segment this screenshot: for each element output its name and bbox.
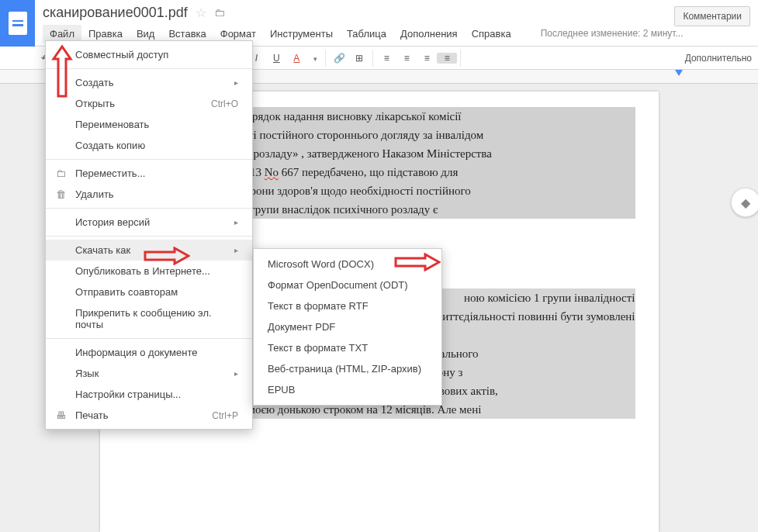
submenu-item-odt[interactable]: Формат OpenDocument (ODT) <box>254 275 441 295</box>
comments-button[interactable]: Комментарии <box>674 6 750 26</box>
align-center-button[interactable]: ≡ <box>396 53 417 64</box>
submenu-item-pdf[interactable]: Документ PDF <box>254 316 441 337</box>
menu-item-rename[interactable]: Переименовать <box>46 114 252 135</box>
menu-item-open[interactable]: ОткрытьCtrl+O <box>46 93 252 114</box>
align-left-button[interactable]: ≡ <box>376 53 396 64</box>
submenu-item-txt[interactable]: Текст в формате TXT <box>254 337 441 358</box>
annotation-arrow-up <box>50 45 74 99</box>
document-title[interactable]: сканирование0001.pdf <box>43 5 188 21</box>
menu-tools[interactable]: Инструменты <box>263 25 340 43</box>
file-menu-dropdown: Совместный доступ Создать▸ ОткрытьCtrl+O… <box>45 40 253 430</box>
submenu-item-html[interactable]: Веб-страница (HTML, ZIP-архив) <box>254 358 441 379</box>
star-icon[interactable]: ☆ <box>196 5 206 20</box>
submenu-item-epub[interactable]: EPUB <box>254 379 441 400</box>
annotation-arrow-right-1 <box>144 247 190 265</box>
folder-icon: 🗀 <box>54 168 67 179</box>
last-edit-label[interactable]: Последнее изменение: 2 минут... <box>534 25 691 43</box>
link-button[interactable]: 🔗 <box>329 53 349 64</box>
underline-button[interactable]: U <box>266 53 286 64</box>
app-header: сканирование0001.pdf ☆ 🗀 Файл Правка Вид… <box>0 0 758 47</box>
docs-logo-icon <box>9 12 27 35</box>
menu-item-language[interactable]: Язык▸ <box>46 363 252 384</box>
toolbar-more[interactable]: Дополнительно <box>685 53 752 64</box>
menu-item-move[interactable]: 🗀Переместить... <box>46 163 252 184</box>
menu-table[interactable]: Таблица <box>340 25 393 43</box>
menu-item-email-attachment[interactable]: Прикрепить к сообщению эл. почты <box>46 302 252 335</box>
menu-item-email-collaborators[interactable]: Отправить соавторам <box>46 282 252 302</box>
folder-icon[interactable]: 🗀 <box>214 6 225 19</box>
text-color-button[interactable]: A <box>286 53 306 64</box>
download-as-submenu: Microsoft Word (DOCX) Формат OpenDocumen… <box>253 248 442 406</box>
menu-item-share[interactable]: Совместный доступ <box>46 44 252 65</box>
menu-item-print[interactable]: 🖶ПечатьCtrl+P <box>46 405 252 426</box>
menu-item-page-setup[interactable]: Настройки страницы... <box>46 384 252 405</box>
menu-help[interactable]: Справка <box>465 25 518 43</box>
menu-item-doc-info[interactable]: Информация о документе <box>46 342 252 363</box>
align-right-button[interactable]: ≡ <box>417 53 437 64</box>
align-justify-button[interactable]: ≡ <box>437 53 457 64</box>
print-icon: 🖶 <box>54 409 67 421</box>
submenu-item-rtf[interactable]: Текст в формате RTF <box>254 295 441 316</box>
menu-item-make-copy[interactable]: Создать копию <box>46 135 252 156</box>
explore-button[interactable]: ◆ <box>731 188 758 217</box>
menu-item-delete[interactable]: 🗑Удалить <box>46 184 252 205</box>
menu-item-version-history[interactable]: История версий▸ <box>46 212 252 233</box>
trash-icon: 🗑 <box>54 188 67 200</box>
text-color-arrow[interactable] <box>306 53 322 64</box>
annotation-arrow-right-2 <box>394 253 441 271</box>
menu-item-new[interactable]: Создать▸ <box>46 72 252 93</box>
comment-button[interactable]: ⊞ <box>349 53 369 64</box>
docs-home-button[interactable] <box>0 0 35 47</box>
menu-addons[interactable]: Дополнения <box>393 25 465 43</box>
